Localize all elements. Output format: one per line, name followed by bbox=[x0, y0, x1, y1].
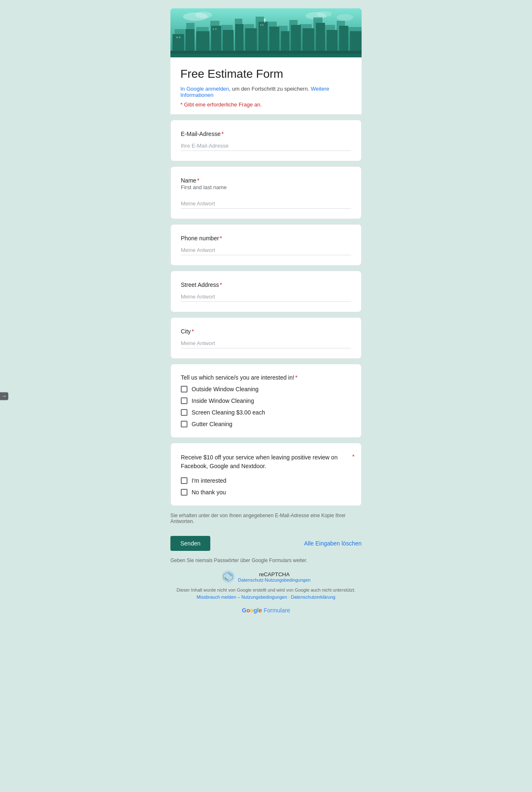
svg-rect-46 bbox=[170, 51, 362, 54]
service-gutter-cleaning-label: Gutter Cleaning bbox=[192, 421, 232, 427]
svg-rect-37 bbox=[350, 31, 362, 54]
svg-rect-36 bbox=[339, 26, 348, 54]
svg-rect-41 bbox=[215, 28, 217, 30]
service-screen-cleaning[interactable]: Screen Cleaning $3.00 each bbox=[181, 409, 351, 416]
never-password-note: Geben Sie niemals Passwörter über Google… bbox=[170, 558, 362, 563]
service-outside-window-label: Outside Window Cleaning bbox=[192, 386, 259, 392]
svg-rect-35 bbox=[327, 30, 337, 54]
street-input[interactable] bbox=[181, 292, 351, 302]
service-gutter-cleaning[interactable]: Gutter Cleaning bbox=[181, 421, 351, 427]
required-note: * Gibt eine erforderliche Frage an. bbox=[180, 101, 352, 108]
form-title-card: Free Estimate Form In Google anmelden, u… bbox=[170, 54, 362, 115]
offer-interested[interactable]: I'm interested bbox=[181, 477, 351, 484]
checkbox-gutter-cleaning[interactable] bbox=[181, 421, 187, 427]
city-input[interactable] bbox=[181, 338, 351, 348]
svg-rect-30 bbox=[269, 27, 279, 54]
feedback-button[interactable]: ! bbox=[0, 392, 8, 400]
name-label: Name* bbox=[181, 177, 200, 184]
phone-input[interactable] bbox=[181, 245, 351, 255]
email-card: E-Mail-Adresse* bbox=[170, 120, 362, 161]
email-label: E-Mail-Adresse* bbox=[181, 131, 224, 137]
phone-label: Phone number* bbox=[181, 235, 222, 242]
name-sublabel: First and last name bbox=[181, 184, 351, 190]
page-title: Free Estimate Form bbox=[180, 67, 352, 81]
service-outside-window[interactable]: Outside Window Cleaning bbox=[181, 386, 351, 392]
offer-no-thanks[interactable]: No thank you bbox=[181, 489, 351, 496]
google-forms-footer: Google Formulare bbox=[170, 607, 362, 614]
submit-button[interactable]: Senden bbox=[170, 536, 210, 551]
email-input[interactable] bbox=[181, 141, 351, 151]
service-inside-window-label: Inside Window Cleaning bbox=[192, 397, 254, 404]
disclaimer-note: Dieser Inhalt wurde nicht von Google ers… bbox=[170, 587, 362, 600]
svg-rect-32 bbox=[291, 25, 301, 54]
clear-button[interactable]: Alle Eingaben löschen bbox=[304, 540, 362, 547]
email-copy-note: Sie erhalten unter der von Ihnen angegeb… bbox=[170, 513, 362, 524]
offer-text: Receive $10 off your service when leavin… bbox=[181, 453, 351, 471]
svg-rect-28 bbox=[245, 28, 257, 54]
offer-no-thanks-label: No thank you bbox=[192, 489, 226, 496]
recaptcha-terms-link[interactable]: Nutzungsbedingungen bbox=[265, 577, 310, 582]
offer-checkbox-group: I'm interested No thank you bbox=[181, 477, 351, 496]
svg-point-5 bbox=[337, 14, 353, 21]
report-abuse-link[interactable]: Missbrauch melden bbox=[197, 595, 236, 600]
svg-rect-43 bbox=[262, 24, 264, 26]
svg-rect-42 bbox=[260, 24, 261, 26]
checkbox-inside-window[interactable] bbox=[181, 397, 187, 404]
svg-rect-26 bbox=[223, 30, 234, 54]
recaptcha-privacy-link[interactable]: Datenschutz bbox=[238, 577, 264, 582]
services-card: Tell us which service/s you are interest… bbox=[170, 364, 362, 438]
recaptcha-text-area: reCAPTCHA Datenschutz·Nutzungsbedingunge… bbox=[238, 571, 310, 582]
service-screen-cleaning-label: Screen Cleaning $3.00 each bbox=[192, 409, 265, 416]
services-label: Tell us which service/s you are interest… bbox=[181, 374, 351, 381]
offer-card: * Receive $10 off your service when leav… bbox=[170, 443, 362, 506]
svg-rect-31 bbox=[281, 31, 289, 54]
svg-rect-40 bbox=[213, 28, 214, 30]
terms-link[interactable]: Nutzungsbedingungen bbox=[241, 595, 287, 600]
city-label: City* bbox=[181, 328, 194, 335]
recaptcha-sub: Datenschutz·Nutzungsbedingungen bbox=[238, 577, 310, 582]
page-wrapper: Free Estimate Form In Google anmelden, u… bbox=[170, 8, 362, 775]
svg-rect-33 bbox=[303, 28, 314, 54]
svg-point-45 bbox=[264, 19, 266, 20]
recaptcha-logo-icon bbox=[222, 570, 235, 583]
phone-card: Phone number* bbox=[170, 224, 362, 266]
street-card: Street Address* bbox=[170, 271, 362, 312]
city-card: City* bbox=[170, 317, 362, 359]
header-image bbox=[170, 8, 362, 54]
svg-point-4 bbox=[317, 11, 332, 17]
checkbox-outside-window[interactable] bbox=[181, 386, 187, 392]
svg-rect-24 bbox=[196, 31, 209, 54]
submit-row: Senden Alle Eingaben löschen bbox=[170, 529, 362, 554]
name-input[interactable] bbox=[181, 199, 351, 209]
offer-interested-label: I'm interested bbox=[192, 477, 227, 484]
svg-rect-29 bbox=[259, 22, 268, 54]
svg-rect-38 bbox=[176, 37, 178, 38]
privacy-link[interactable]: Datenschutzerklärung bbox=[291, 595, 335, 600]
street-label: Street Address* bbox=[181, 281, 222, 288]
submit-section: Sie erhalten unter der von Ihnen angegeb… bbox=[170, 506, 362, 614]
svg-rect-23 bbox=[185, 29, 195, 54]
svg-rect-34 bbox=[316, 23, 325, 54]
recaptcha-label: reCAPTCHA bbox=[238, 571, 310, 577]
svg-rect-27 bbox=[235, 24, 244, 54]
service-inside-window[interactable]: Inside Window Cleaning bbox=[181, 397, 351, 404]
checkbox-interested[interactable] bbox=[181, 477, 187, 484]
signin-note: In Google anmelden, um den Fortschritt z… bbox=[180, 86, 352, 98]
checkbox-screen-cleaning[interactable] bbox=[181, 409, 187, 416]
svg-rect-25 bbox=[211, 26, 221, 54]
recaptcha-area: reCAPTCHA Datenschutz·Nutzungsbedingunge… bbox=[170, 570, 362, 583]
google-forms-label: Formulare bbox=[264, 607, 290, 614]
svg-point-2 bbox=[195, 12, 212, 18]
checkbox-no-thanks[interactable] bbox=[181, 489, 187, 496]
name-card: Name* First and last name bbox=[170, 166, 362, 219]
svg-rect-39 bbox=[179, 37, 180, 38]
offer-required-star: * bbox=[352, 453, 355, 460]
signin-link[interactable]: In Google anmelden bbox=[180, 86, 229, 92]
services-checkbox-group: Outside Window Cleaning Inside Window Cl… bbox=[181, 386, 351, 427]
